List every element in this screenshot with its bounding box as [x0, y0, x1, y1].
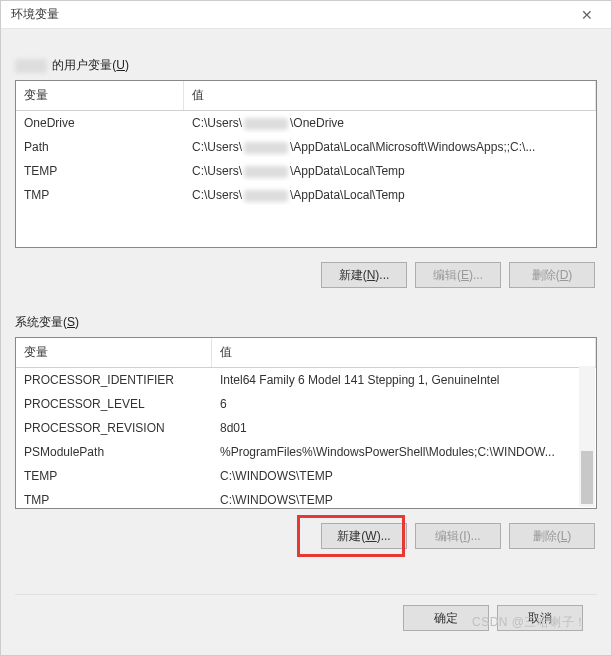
- dialog-buttons: 确定 取消 CSDN @三哈喇子！: [15, 594, 597, 645]
- list-item[interactable]: PROCESSOR_IDENTIFIERIntel64 Family 6 Mod…: [16, 368, 596, 392]
- column-value[interactable]: 值: [212, 338, 596, 367]
- system-vars-label: 系统变量(S): [15, 314, 597, 331]
- user-delete-button[interactable]: 删除(D): [509, 262, 595, 288]
- list-item[interactable]: Path C:\Users\\AppData\Local\Microsoft\W…: [16, 135, 596, 159]
- list-item[interactable]: TMP C:\Users\\AppData\Local\Temp: [16, 183, 596, 207]
- environment-variables-dialog: 环境变量 ✕ 的用户变量(U) 变量 值 OneDrive C:\Users\\…: [0, 0, 612, 656]
- list-item[interactable]: TEMP C:\Users\\AppData\Local\Temp: [16, 159, 596, 183]
- scrollbar[interactable]: [579, 366, 595, 507]
- titlebar: 环境变量 ✕: [1, 1, 611, 29]
- listview-header: 变量 值: [16, 338, 596, 368]
- system-vars-listview[interactable]: 变量 值 PROCESSOR_IDENTIFIERIntel64 Family …: [15, 337, 597, 509]
- system-vars-body: PROCESSOR_IDENTIFIERIntel64 Family 6 Mod…: [16, 368, 596, 509]
- user-vars-label: 的用户变量(U): [15, 57, 597, 74]
- user-edit-button[interactable]: 编辑(E)...: [415, 262, 501, 288]
- listview-header: 变量 值: [16, 81, 596, 111]
- close-icon: ✕: [581, 7, 593, 23]
- column-variable[interactable]: 变量: [16, 338, 212, 367]
- list-item[interactable]: PROCESSOR_REVISION8d01: [16, 416, 596, 440]
- user-new-button[interactable]: 新建(N)...: [321, 262, 407, 288]
- list-item[interactable]: PSModulePath%ProgramFiles%\WindowsPowerS…: [16, 440, 596, 464]
- list-item[interactable]: OneDrive C:\Users\\OneDrive: [16, 111, 596, 135]
- column-variable[interactable]: 变量: [16, 81, 184, 110]
- user-vars-buttons: 新建(N)... 编辑(E)... 删除(D): [15, 262, 595, 288]
- scrollbar-thumb[interactable]: [581, 451, 593, 505]
- list-item[interactable]: TEMPC:\WINDOWS\TEMP: [16, 464, 596, 488]
- window-title: 环境变量: [11, 6, 59, 23]
- system-vars-buttons: 新建(W)... 编辑(I)... 删除(L): [15, 523, 595, 549]
- system-delete-button[interactable]: 删除(L): [509, 523, 595, 549]
- blurred-username: [15, 59, 47, 73]
- list-item[interactable]: TMPC:\WINDOWS\TEMP: [16, 488, 596, 509]
- user-vars-body: OneDrive C:\Users\\OneDrive Path C:\User…: [16, 111, 596, 248]
- close-button[interactable]: ✕: [569, 2, 605, 28]
- watermark: CSDN @三哈喇子！: [472, 614, 587, 631]
- column-value[interactable]: 值: [184, 81, 596, 110]
- dialog-content: 的用户变量(U) 变量 值 OneDrive C:\Users\\OneDriv…: [1, 29, 611, 655]
- list-item[interactable]: PROCESSOR_LEVEL6: [16, 392, 596, 416]
- system-new-button[interactable]: 新建(W)...: [321, 523, 407, 549]
- user-vars-listview[interactable]: 变量 值 OneDrive C:\Users\\OneDrive Path C:…: [15, 80, 597, 248]
- system-edit-button[interactable]: 编辑(I)...: [415, 523, 501, 549]
